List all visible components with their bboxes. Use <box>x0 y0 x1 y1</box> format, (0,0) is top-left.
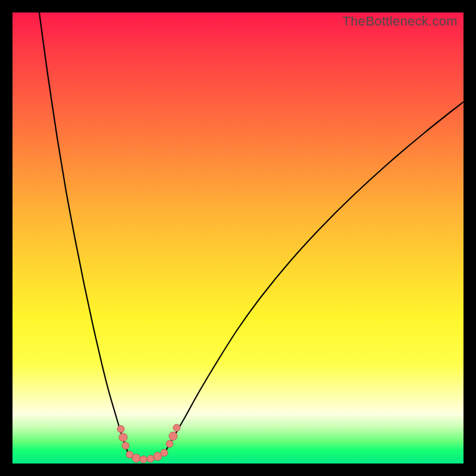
data-point-marker <box>161 449 168 456</box>
data-point-marker <box>140 456 147 463</box>
data-point-marker <box>122 442 129 449</box>
data-point-marker <box>132 454 140 462</box>
curve-svg <box>12 12 464 464</box>
chart-plot-area: TheBottleneck.com <box>12 12 464 464</box>
watermark-text: TheBottleneck.com <box>343 14 458 29</box>
data-point-marker <box>147 455 154 462</box>
data-point-marker <box>119 433 127 441</box>
data-point-marker <box>166 440 173 447</box>
data-point-marker <box>117 425 124 433</box>
bottleneck-curve <box>39 12 464 459</box>
data-point-marker <box>173 424 180 431</box>
data-markers <box>117 424 180 463</box>
data-point-marker <box>169 432 177 440</box>
